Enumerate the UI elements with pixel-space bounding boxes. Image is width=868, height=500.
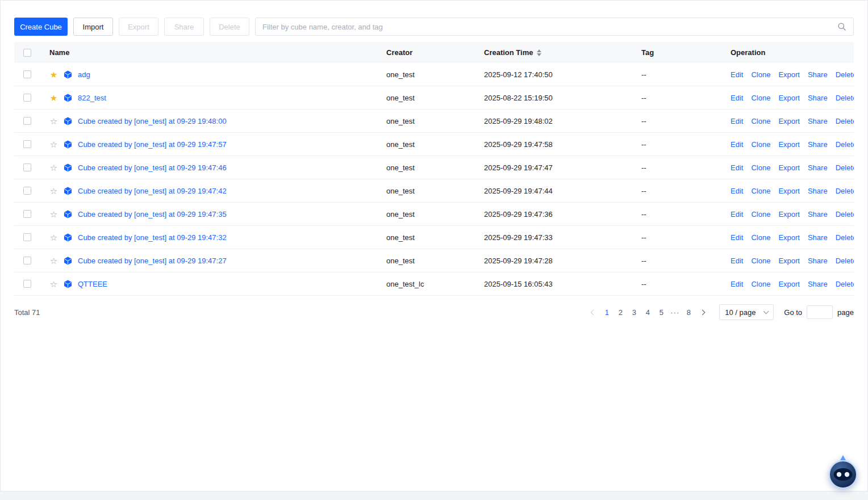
clone-link[interactable]: Clone xyxy=(751,94,770,102)
star-icon[interactable]: ☆ xyxy=(49,210,58,219)
cube-name-link[interactable]: Cube created by [one_test] at 09-29 19:4… xyxy=(78,210,227,219)
star-icon[interactable]: ★ xyxy=(49,70,58,79)
clone-link[interactable]: Clone xyxy=(751,187,770,195)
export-button[interactable]: Export xyxy=(119,18,158,36)
edit-link[interactable]: Edit xyxy=(731,210,743,219)
page-button-1[interactable]: 1 xyxy=(600,305,614,320)
clone-link[interactable]: Clone xyxy=(751,140,770,149)
share-button[interactable]: Share xyxy=(164,18,204,36)
delete-link[interactable]: Delete xyxy=(836,70,854,79)
cube-name-link[interactable]: Cube created by [one_test] at 09-29 19:4… xyxy=(78,117,227,125)
goto-page-input[interactable] xyxy=(807,305,833,319)
export-link[interactable]: Export xyxy=(778,187,800,195)
share-link[interactable]: Share xyxy=(808,280,828,288)
star-icon[interactable]: ★ xyxy=(49,94,58,102)
delete-link[interactable]: Delete xyxy=(836,280,854,288)
row-checkbox[interactable] xyxy=(23,163,31,171)
page-button-5[interactable]: 5 xyxy=(654,305,668,320)
edit-link[interactable]: Edit xyxy=(731,187,743,195)
edit-link[interactable]: Edit xyxy=(731,140,743,149)
page-button-2[interactable]: 2 xyxy=(614,305,627,320)
export-link[interactable]: Export xyxy=(778,233,800,242)
star-icon[interactable]: ☆ xyxy=(49,140,58,149)
cube-name-link[interactable]: Cube created by [one_test] at 09-29 19:4… xyxy=(78,140,227,149)
cube-name-link[interactable]: Cube created by [one_test] at 09-29 19:4… xyxy=(78,163,227,172)
delete-link[interactable]: Delete xyxy=(836,94,854,102)
edit-link[interactable]: Edit xyxy=(731,70,743,79)
row-checkbox[interactable] xyxy=(23,210,31,218)
page-button-8[interactable]: 8 xyxy=(682,305,695,320)
star-icon[interactable]: ☆ xyxy=(49,187,58,195)
edit-link[interactable]: Edit xyxy=(731,94,743,102)
cube-name-link[interactable]: Cube created by [one_test] at 09-29 19:4… xyxy=(78,187,227,195)
page-button-3[interactable]: 3 xyxy=(627,305,641,320)
create-cube-button[interactable]: Create Cube xyxy=(14,18,68,36)
clone-link[interactable]: Clone xyxy=(751,163,770,172)
column-header-creation-time[interactable]: Creation Time xyxy=(484,48,641,57)
clone-link[interactable]: Clone xyxy=(751,117,770,125)
clone-link[interactable]: Clone xyxy=(751,257,770,265)
clone-link[interactable]: Clone xyxy=(751,70,770,79)
star-icon[interactable]: ☆ xyxy=(49,163,58,172)
star-icon[interactable]: ☆ xyxy=(49,280,58,288)
next-page-button[interactable] xyxy=(695,305,709,320)
row-checkbox[interactable] xyxy=(23,280,31,288)
search-icon[interactable] xyxy=(837,22,846,31)
star-icon[interactable]: ☆ xyxy=(49,117,58,125)
caret-down-icon[interactable] xyxy=(537,53,541,56)
export-link[interactable]: Export xyxy=(778,117,800,125)
page-size-select[interactable]: 10 / page xyxy=(719,304,774,320)
star-icon[interactable]: ☆ xyxy=(49,257,58,265)
share-link[interactable]: Share xyxy=(808,257,828,265)
export-link[interactable]: Export xyxy=(778,163,800,172)
edit-link[interactable]: Edit xyxy=(731,280,743,288)
row-checkbox[interactable] xyxy=(23,233,31,241)
share-link[interactable]: Share xyxy=(808,187,828,195)
edit-link[interactable]: Edit xyxy=(731,163,743,172)
row-checkbox[interactable] xyxy=(23,70,31,78)
sort-icon[interactable] xyxy=(537,49,541,56)
cube-name-link[interactable]: Cube created by [one_test] at 09-29 19:4… xyxy=(78,233,227,242)
share-link[interactable]: Share xyxy=(808,210,828,219)
share-link[interactable]: Share xyxy=(808,233,828,242)
row-checkbox[interactable] xyxy=(23,257,31,264)
row-checkbox[interactable] xyxy=(23,187,31,195)
caret-up-icon[interactable] xyxy=(537,49,541,52)
export-link[interactable]: Export xyxy=(778,70,800,79)
export-link[interactable]: Export xyxy=(778,257,800,265)
delete-link[interactable]: Delete xyxy=(836,117,854,125)
share-link[interactable]: Share xyxy=(808,94,828,102)
export-link[interactable]: Export xyxy=(778,280,800,288)
share-link[interactable]: Share xyxy=(808,163,828,172)
cube-name-link[interactable]: QTTEEE xyxy=(78,280,107,288)
row-checkbox[interactable] xyxy=(23,94,31,102)
delete-link[interactable]: Delete xyxy=(836,140,854,149)
clone-link[interactable]: Clone xyxy=(751,233,770,242)
prev-page-button[interactable] xyxy=(586,305,600,320)
delete-link[interactable]: Delete xyxy=(836,187,854,195)
star-icon[interactable]: ☆ xyxy=(49,233,58,242)
delete-link[interactable]: Delete xyxy=(836,210,854,219)
clone-link[interactable]: Clone xyxy=(751,210,770,219)
delete-link[interactable]: Delete xyxy=(836,163,854,172)
edit-link[interactable]: Edit xyxy=(731,117,743,125)
cube-name-link[interactable]: adg xyxy=(78,70,90,79)
delete-link[interactable]: Delete xyxy=(836,233,854,242)
export-link[interactable]: Export xyxy=(778,210,800,219)
share-link[interactable]: Share xyxy=(808,140,828,149)
row-checkbox[interactable] xyxy=(23,117,31,125)
delete-button[interactable]: Delete xyxy=(210,18,249,36)
share-link[interactable]: Share xyxy=(808,117,828,125)
edit-link[interactable]: Edit xyxy=(731,257,743,265)
cube-name-link[interactable]: Cube created by [one_test] at 09-29 19:4… xyxy=(78,257,227,265)
clone-link[interactable]: Clone xyxy=(751,280,770,288)
cube-name-link[interactable]: 822_test xyxy=(78,94,106,102)
page-button-4[interactable]: 4 xyxy=(641,305,654,320)
import-button[interactable]: Import xyxy=(73,18,113,36)
row-checkbox[interactable] xyxy=(23,140,31,148)
export-link[interactable]: Export xyxy=(778,140,800,149)
share-link[interactable]: Share xyxy=(808,70,828,79)
export-link[interactable]: Export xyxy=(778,94,800,102)
search-input[interactable] xyxy=(262,23,837,31)
assistant-robot-button[interactable] xyxy=(827,455,859,489)
